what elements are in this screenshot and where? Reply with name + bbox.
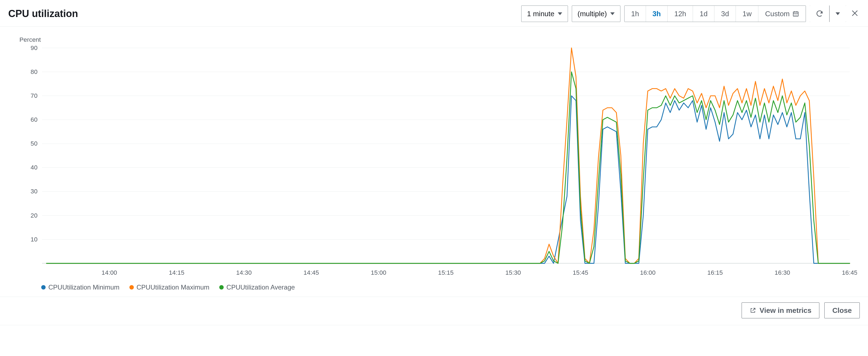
x-tick-label: 14:00 bbox=[102, 269, 117, 276]
external-link-icon bbox=[750, 307, 756, 314]
line-chart: Percent10203040506070809014:0014:1514:30… bbox=[11, 32, 857, 280]
series-line-max bbox=[46, 48, 849, 263]
x-tick-label: 15:15 bbox=[438, 269, 453, 276]
chart-title: CPU utilization bbox=[8, 8, 78, 20]
time-range-3d[interactable]: 3d bbox=[714, 6, 736, 22]
refresh-icon bbox=[815, 10, 824, 18]
y-tick-label: 50 bbox=[31, 140, 37, 147]
close-icon bbox=[851, 9, 859, 17]
legend-label: CPUUtilization Minimum bbox=[49, 284, 120, 291]
chart-area: Percent10203040506070809014:0014:1514:30… bbox=[0, 27, 868, 297]
chart-footer: View in metrics Close bbox=[0, 297, 868, 325]
chart-legend: CPUUtilization MinimumCPUUtilization Max… bbox=[11, 280, 857, 291]
y-axis-title: Percent bbox=[20, 36, 41, 43]
x-tick-label: 16:45 bbox=[842, 269, 857, 276]
svg-point-2 bbox=[796, 14, 796, 14]
legend-item-avg[interactable]: CPUUtilization Average bbox=[219, 284, 295, 291]
chevron-down-icon bbox=[610, 12, 615, 15]
svg-point-6 bbox=[797, 15, 797, 15]
legend-item-min[interactable]: CPUUtilization Minimum bbox=[41, 284, 120, 291]
refresh-button-group bbox=[810, 5, 846, 22]
time-range-custom[interactable]: Custom bbox=[758, 6, 806, 22]
svg-point-1 bbox=[794, 14, 795, 14]
x-tick-label: 14:30 bbox=[236, 269, 252, 276]
period-dropdown[interactable]: 1 minute bbox=[521, 5, 568, 22]
legend-label: CPUUtilization Average bbox=[226, 284, 295, 291]
chart-header: CPU utilization 1 minute (multiple) 1h3h… bbox=[0, 0, 868, 27]
x-tick-label: 14:15 bbox=[169, 269, 184, 276]
legend-swatch bbox=[41, 285, 45, 290]
calendar-icon bbox=[793, 10, 799, 17]
legend-swatch bbox=[219, 285, 224, 290]
time-range-segmented: 1h3h12h1d3d1wCustom bbox=[624, 5, 806, 22]
y-tick-label: 40 bbox=[31, 164, 37, 171]
y-tick-label: 80 bbox=[31, 68, 37, 75]
time-range-1d[interactable]: 1d bbox=[693, 6, 714, 22]
x-tick-label: 14:45 bbox=[303, 269, 319, 276]
y-tick-label: 60 bbox=[31, 116, 37, 123]
y-tick-label: 20 bbox=[31, 212, 37, 219]
time-range-1w[interactable]: 1w bbox=[736, 6, 758, 22]
y-tick-label: 70 bbox=[31, 92, 37, 99]
x-tick-label: 16:15 bbox=[707, 269, 723, 276]
close-button[interactable] bbox=[850, 7, 860, 20]
chevron-down-icon bbox=[558, 12, 562, 15]
legend-label: CPUUtilization Maximum bbox=[136, 284, 209, 291]
y-tick-label: 90 bbox=[31, 44, 37, 52]
header-controls: 1 minute (multiple) 1h3h12h1d3d1wCustom bbox=[521, 5, 860, 22]
svg-point-5 bbox=[796, 15, 796, 15]
statistic-dropdown-label: (multiple) bbox=[578, 10, 607, 18]
y-tick-label: 30 bbox=[31, 188, 37, 195]
x-tick-label: 16:00 bbox=[640, 269, 655, 276]
close-footer-button[interactable]: Close bbox=[824, 302, 860, 318]
view-in-metrics-button[interactable]: View in metrics bbox=[742, 302, 819, 318]
x-tick-label: 15:30 bbox=[505, 269, 521, 276]
statistic-dropdown[interactable]: (multiple) bbox=[572, 5, 620, 22]
x-tick-label: 16:30 bbox=[775, 269, 790, 276]
refresh-button[interactable] bbox=[810, 5, 830, 22]
view-in-metrics-label: View in metrics bbox=[760, 306, 811, 315]
chevron-down-icon bbox=[836, 12, 840, 15]
legend-item-max[interactable]: CPUUtilization Maximum bbox=[129, 284, 209, 291]
time-range-3h[interactable]: 3h bbox=[646, 6, 668, 22]
period-dropdown-label: 1 minute bbox=[527, 10, 555, 18]
close-footer-label: Close bbox=[832, 306, 852, 315]
x-tick-label: 15:00 bbox=[371, 269, 386, 276]
svg-point-4 bbox=[794, 15, 795, 15]
refresh-options-button[interactable] bbox=[830, 5, 846, 22]
time-range-1h[interactable]: 1h bbox=[625, 6, 646, 22]
time-range-custom-label: Custom bbox=[765, 10, 790, 18]
legend-swatch bbox=[129, 285, 134, 290]
y-tick-label: 10 bbox=[31, 236, 37, 243]
time-range-12h[interactable]: 12h bbox=[668, 6, 693, 22]
svg-point-3 bbox=[797, 14, 797, 14]
x-tick-label: 15:45 bbox=[572, 269, 588, 276]
